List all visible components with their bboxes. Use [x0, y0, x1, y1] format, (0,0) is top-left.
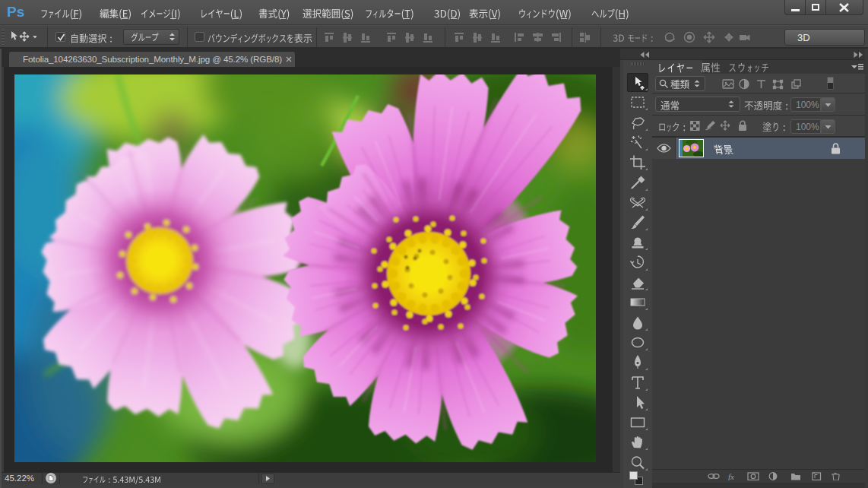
svg-text:fx: fx	[728, 472, 734, 480]
